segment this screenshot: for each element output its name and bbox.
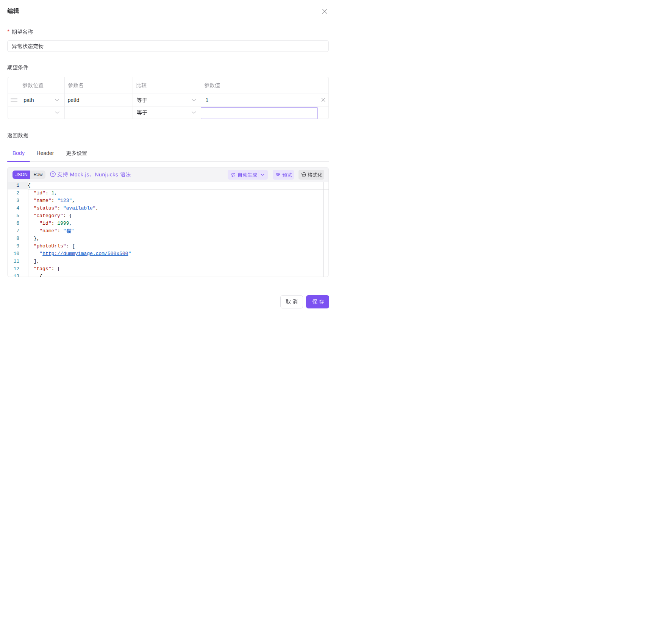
- svg-text:?: ?: [52, 172, 54, 176]
